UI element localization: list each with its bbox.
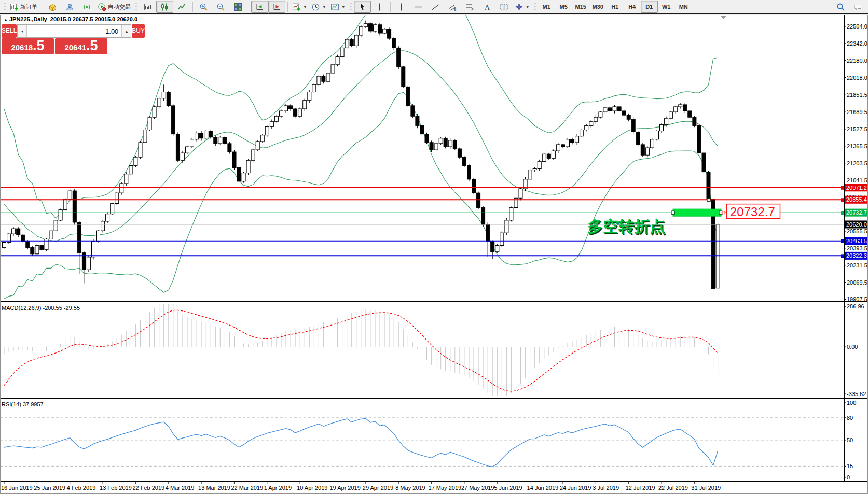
svg-text:20463.5: 20463.5 [846,238,867,244]
collapse-arrow-icon[interactable]: ▲ [4,18,8,22]
svg-text:20732.7: 20732.7 [846,209,867,216]
svg-text:27 May 2019: 27 May 2019 [461,485,494,491]
svg-text:22504.0: 22504.0 [847,23,867,30]
text-label-button[interactable]: T [495,1,513,13]
vertical-line-button[interactable] [393,1,410,13]
sell-price[interactable]: 20618.5 [2,38,54,54]
signals-button[interactable] [78,1,95,13]
new-order-button[interactable]: 新订单 [8,1,39,13]
svg-text:21527.5: 21527.5 [847,126,867,132]
macd-pane-splitter[interactable] [0,300,868,304]
toolbar-drag-handle[interactable] [350,2,352,11]
svg-text:22342.0: 22342.0 [847,40,867,47]
annotation-text[interactable]: 多空转折点 多空转折点 [587,218,666,236]
price-chart[interactable]: 22504.022342.022180.022018.021851.521689… [0,15,868,494]
toolbar-drag-handle[interactable] [4,2,6,11]
chart-shift-button[interactable] [268,1,285,13]
zoom-out-button[interactable] [212,1,229,13]
svg-text:19 Apr 2019: 19 Apr 2019 [330,485,361,491]
chat-button[interactable] [849,1,866,13]
timeframe-m5[interactable]: M5 [555,1,572,13]
symbol-period-label: JPN225-,Daily [9,16,47,22]
timeframe-h1[interactable]: H1 [607,1,624,13]
tile-windows-button[interactable] [229,1,246,13]
volume-down-button[interactable]: ▼ [18,25,27,37]
svg-text:4 Feb 2019: 4 Feb 2019 [67,485,96,491]
macd-label: MACD(12,26,9) -200.55 -29.55 [2,305,80,311]
auto-scroll-button[interactable] [251,1,268,13]
svg-text:24 Jun 2019: 24 Jun 2019 [560,485,591,491]
trendline-button[interactable] [427,1,444,13]
timeframe-w1[interactable]: W1 [658,1,675,13]
horizontal-line-button[interactable] [410,1,427,13]
chart-title: ▲JPN225-,Daily 20015.0 20637.5 20015.0 2… [4,16,137,22]
timeframe-d1[interactable]: D1 [641,1,658,13]
text-button[interactable]: A [478,1,495,13]
timeframe-mn[interactable]: MN [675,1,692,13]
svg-text:12 Jul 2019: 12 Jul 2019 [626,485,655,491]
fibonacci-button[interactable]: F [461,1,478,13]
svg-text:21689.5: 21689.5 [847,109,867,115]
zoom-in-icon [199,3,208,11]
autotrading-button[interactable]: 自动交易 [95,1,133,13]
svg-text:286.96: 286.96 [847,303,864,309]
chevron-down-icon: ▼ [341,5,346,9]
timeframe-m15[interactable]: M15 [572,1,589,13]
svg-text:0.00: 0.00 [847,344,858,350]
timeframe-m30[interactable]: M30 [589,1,607,13]
svg-text:21041.5: 21041.5 [847,177,867,184]
svg-text:T: T [502,4,505,10]
timeframe-m1[interactable]: M1 [538,1,555,13]
cube-icon [48,3,57,11]
bar-chart-button[interactable] [139,1,156,13]
line-icon [177,3,186,11]
svg-text:5 Jun 2019: 5 Jun 2019 [494,485,522,491]
svg-text:10 Apr 2019: 10 Apr 2019 [297,485,327,491]
chart-profile-button[interactable] [44,1,61,13]
textA-icon: A [483,3,491,11]
person-icon [65,3,74,11]
svg-text:22018.0: 22018.0 [847,75,867,81]
volume-input[interactable] [27,25,121,37]
volume-up-button[interactable]: ▲ [121,25,131,37]
svg-text:E: E [454,7,457,11]
cursor-button[interactable] [354,1,371,13]
svg-text:21203.5: 21203.5 [847,160,867,166]
svg-text:50: 50 [847,437,853,443]
svg-text:29 Apr 2019: 29 Apr 2019 [363,485,393,491]
toolbar-drag-handle[interactable] [135,2,137,11]
search-icon [836,3,845,11]
autotrading-icon [98,3,106,11]
svg-text:15: 15 [847,463,853,469]
candle-chart-button[interactable] [156,1,173,13]
svg-text:16 Jan 2019: 16 Jan 2019 [1,485,33,491]
account-button[interactable] [61,1,78,13]
timeframe-h4[interactable]: H4 [624,1,641,13]
toolbar-separator [42,2,42,12]
indicators-button[interactable]: ▼ [290,1,309,13]
chat-icon [853,3,862,11]
search-button[interactable] [832,1,849,13]
toolbar-drag-handle[interactable] [534,2,536,11]
shapes-icon [515,3,523,11]
zoom-in-button[interactable] [195,1,212,13]
sell-button[interactable]: SELL [2,24,17,38]
hline-icon [414,3,423,11]
channel-button[interactable]: E [444,1,461,13]
chart-window[interactable]: 22504.022342.022180.022018.021851.521689… [0,15,868,494]
buy-price[interactable]: 20641.5 [55,38,107,54]
periods-button[interactable]: ▼ [309,1,328,13]
svg-text:22 Jul 2019: 22 Jul 2019 [658,485,688,491]
arrows-button[interactable]: ▼ [513,1,532,13]
crosshair-button[interactable] [371,1,388,13]
line-chart-button[interactable] [173,1,190,13]
svg-text:1 Apr 2019: 1 Apr 2019 [264,485,292,491]
toolbar-separator [287,2,288,12]
templates-button[interactable]: ▼ [328,1,348,13]
svg-text:25 Jan 2019: 25 Jan 2019 [34,485,65,491]
rsi-pane-splitter[interactable] [0,396,868,399]
svg-text:22180.0: 22180.0 [847,58,867,64]
candles-icon [160,3,169,11]
clock-icon [311,3,320,11]
buy-button[interactable]: BUY [132,24,145,38]
